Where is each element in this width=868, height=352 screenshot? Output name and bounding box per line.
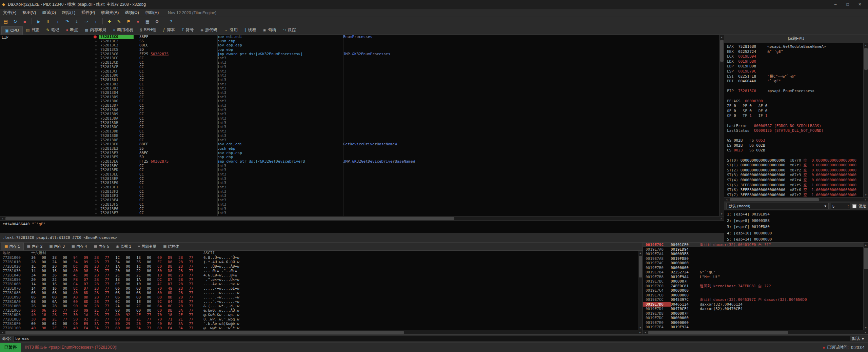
- stack-row[interactable]: 0019E7D400470CF4daxxor(32).00470CF4: [643, 307, 863, 311]
- register-line[interactable]: [727, 153, 863, 158]
- menu-item[interactable]: 收藏夹(A): [98, 9, 122, 17]
- hex-dump-row[interactable]: 772B10D040182677301A2677A0922E7770182E77…: [0, 313, 638, 317]
- stack-row[interactable]: 0019E7A00019ED94: [643, 247, 863, 252]
- hex-address[interactable]: 772B10D0: [0, 313, 31, 317]
- stack-address[interactable]: 0019E7A4: [643, 252, 671, 256]
- register-line[interactable]: ZF 0 PF 0 AF 0: [727, 104, 863, 109]
- hex-dump-row[interactable]: 772B10201E002000DCD82B771A001C00C0D82B77…: [0, 264, 638, 269]
- stack-row[interactable]: 0019E7D80000007F: [643, 311, 863, 316]
- disasm-address[interactable]: 752813F4: [99, 198, 139, 203]
- scroll-up-button[interactable]: ▲: [864, 43, 868, 47]
- stack-address[interactable]: 0019E7B4: [643, 270, 671, 275]
- calling-convention-select[interactable]: 默认 (stdcall) ▾: [726, 203, 829, 209]
- disasm-address[interactable]: 752813DD: [99, 129, 139, 134]
- memory-dump-rows[interactable]: 772B10003600380094D92B771C001E0060D92B77…: [0, 255, 638, 330]
- tab-notes[interactable]: ✎笔记: [43, 26, 62, 35]
- hex-address[interactable]: 772B1050: [0, 277, 31, 282]
- stack-address[interactable]: 0019E7E0: [643, 320, 671, 325]
- scroll-thumb[interactable]: [730, 198, 819, 201]
- register-line[interactable]: EFLAGS 00000300: [727, 99, 863, 104]
- stack-address[interactable]: 0019E7BC: [643, 279, 671, 284]
- argument-row[interactable]: 4: [esp+10] 00000000: [727, 230, 865, 237]
- stack-row[interactable]: 0019E7AC00000000: [643, 261, 863, 266]
- tab-seh[interactable]: §SEH链: [137, 26, 160, 35]
- hex-dump-row[interactable]: 772B10A008000A00608D2B770C001E009C842B77…: [0, 299, 638, 304]
- hex-address[interactable]: 772B10B0: [0, 304, 31, 308]
- disasm-row[interactable]: 752813DDCCint3: [0, 129, 719, 134]
- stack-hscrollbar[interactable]: ◄ ►: [643, 330, 868, 334]
- disasm-address[interactable]: 752813C5: [99, 48, 139, 52]
- hex-address[interactable]: 772B1000: [0, 255, 31, 260]
- tab-trace[interactable]: ↪跟踪: [279, 26, 299, 35]
- scroll-left-button[interactable]: ◄: [724, 198, 729, 202]
- registers-hscrollbar[interactable]: ◄ ►: [724, 197, 868, 202]
- disasm-row[interactable]: 752813E255push ebp: [0, 147, 719, 151]
- tab-handles[interactable]: ◉句柄: [260, 26, 280, 35]
- tab-references[interactable]: →引用: [221, 26, 241, 35]
- stack-row[interactable]: 0019E7D000465124daxxor(32).00465124: [643, 302, 863, 307]
- disassembly-rows[interactable]: EIP 752813C08BFFmov edi,ediEnumProcesses…: [0, 35, 719, 216]
- tab-source[interactable]: ◈源代码: [197, 26, 221, 35]
- disasm-row[interactable]: 752813DACCint3: [0, 117, 719, 121]
- menu-item[interactable]: 插件(P): [78, 9, 98, 17]
- stack-address[interactable]: 0019E7A8: [643, 256, 671, 261]
- tab-watch-1[interactable]: ◉监视 1: [113, 243, 135, 250]
- disasm-row[interactable]: 752813D1CCint3: [0, 78, 719, 82]
- scroll-thumb[interactable]: [639, 256, 642, 277]
- step-into-button[interactable]: ↓: [53, 18, 62, 25]
- disasm-address[interactable]: 752813E6: [99, 160, 139, 164]
- scroll-down-button[interactable]: ▼: [864, 193, 868, 197]
- open-file-button[interactable]: ▤: [1, 18, 10, 25]
- stack-row[interactable]: 0019E7C074EEDC81返回到 kernelbase.74EEDC81 …: [643, 284, 863, 289]
- close-button[interactable]: ✕: [854, 0, 866, 9]
- hex-dump-row[interactable]: 772B105020002200F8D72B7718001A00DCD72B77…: [0, 277, 638, 282]
- register-line[interactable]: ST(7) 3FFF8000000000000000 x87r7 空 1.000…: [727, 193, 863, 197]
- hex-address[interactable]: 772B1060: [0, 282, 31, 286]
- tab-symbols[interactable]: Σ符号: [178, 26, 197, 35]
- hex-dump-row[interactable]: 772B103014001600A0D82B772000220080D82B77…: [0, 269, 638, 273]
- scroll-right-button[interactable]: ►: [863, 198, 868, 202]
- menu-item[interactable]: 调试(D): [39, 9, 59, 17]
- pause-button[interactable]: ‖: [44, 18, 53, 25]
- tab-threads[interactable]: ∥线程: [241, 26, 260, 35]
- hex-dump-row[interactable]: 772B1040340036004CD82B772C002E0010D82B77…: [0, 273, 638, 277]
- tab-memory-3[interactable]: ▦内存 3: [46, 243, 68, 250]
- disasm-address[interactable]: 752813CE: [99, 65, 139, 69]
- disasm-address[interactable]: 752813D0: [99, 74, 139, 78]
- stack-row[interactable]: 0019E7CC0045397C返回到 daxxor(32).0045397C …: [643, 297, 863, 302]
- hex-dump-row[interactable]: 772B10003600380094D92B771C001E0060D92B77…: [0, 255, 638, 260]
- disassembly-hscrollbar[interactable]: ◄ ►: [0, 216, 724, 221]
- scroll-right-button[interactable]: ►: [719, 216, 724, 221]
- stack-address[interactable]: 0019E7E4: [643, 325, 671, 330]
- hex-dump-row[interactable]: 772B1070140016008CD72B770600080070492B77…: [0, 286, 638, 291]
- scroll-thumb[interactable]: [5, 217, 454, 220]
- disasm-row[interactable]: 752813D7CCint3: [0, 104, 719, 108]
- breakpoint-toggle-button[interactable]: ●: [134, 18, 142, 25]
- register-line[interactable]: [727, 94, 863, 99]
- disasm-address[interactable]: 752813DA: [99, 117, 139, 121]
- disasm-row[interactable]: 752813C08BFFmov edi,ediEnumProcesses: [0, 35, 719, 39]
- stack-address[interactable]: 0019E7AC: [643, 261, 671, 266]
- register-line[interactable]: ST(6) 3FFF8000000000000000 x87r6 空 1.000…: [727, 188, 863, 193]
- spinner-down-icon[interactable]: ▾: [848, 206, 849, 208]
- hex-address[interactable]: 772B1090: [0, 295, 31, 299]
- stack-address[interactable]: 0019E7DC: [643, 316, 671, 320]
- register-line[interactable]: LastStatus C0000135 (STATUS_DLL_NOT_FOUN…: [727, 128, 863, 133]
- scroll-left-button[interactable]: ◄: [0, 216, 5, 221]
- register-line[interactable]: CS 0023 SS 002B: [727, 148, 863, 153]
- hex-address[interactable]: 772B1040: [0, 273, 31, 277]
- stack-address[interactable]: 0019E7B0: [643, 266, 671, 270]
- stack-address[interactable]: 0019E7C0: [643, 284, 671, 289]
- stack-row[interactable]: 0019E7E000000000: [643, 320, 863, 325]
- scroll-thumb[interactable]: [5, 331, 404, 334]
- menu-item[interactable]: 跟踪(T): [59, 9, 78, 17]
- hex-address[interactable]: 772B1020: [0, 264, 31, 269]
- register-line[interactable]: ST(4) 00000000000000000000 x87r4 空 0.000…: [727, 178, 863, 183]
- maximize-button[interactable]: □: [842, 0, 854, 9]
- register-line[interactable]: [727, 133, 863, 139]
- scroll-down-button[interactable]: ▼: [638, 326, 643, 330]
- stack-row[interactable]: 0019E7A80019FD80: [643, 256, 863, 261]
- stack-rows[interactable]: 0019E79C00401CF0返回到 daxxor(32).00401CF0 …: [643, 243, 863, 330]
- register-line[interactable]: GS 002B FS 0053: [727, 138, 863, 143]
- stack-row[interactable]: 0019E7BC0000007F: [643, 279, 863, 284]
